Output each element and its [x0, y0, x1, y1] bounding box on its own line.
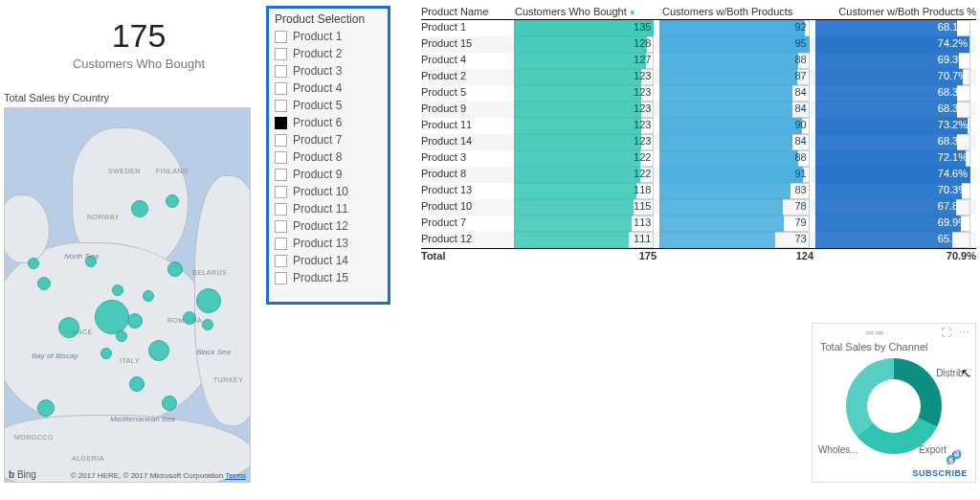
- checkbox-icon[interactable]: [275, 100, 287, 112]
- sea-label: Black Sea: [196, 348, 231, 356]
- slicer-item-label: Product 9: [293, 168, 342, 181]
- col-product-name[interactable]: Product Name: [421, 6, 515, 17]
- slicer-item[interactable]: Product 7: [275, 131, 382, 148]
- bar-cell: 88: [659, 53, 809, 69]
- slicer-item[interactable]: Product 9: [275, 166, 382, 183]
- slicer-item[interactable]: Product 12: [275, 217, 382, 235]
- table-row[interactable]: Product 121117365.8%: [421, 232, 976, 248]
- subscribe-link[interactable]: SUBSCRIBE: [912, 468, 968, 478]
- slicer-item-label: Product 15: [293, 271, 348, 284]
- kpi-label: Customers Who Bought: [29, 57, 249, 71]
- table-row[interactable]: Product 141238468.3%: [421, 134, 976, 150]
- table-row[interactable]: Product 11359268.1%: [421, 20, 976, 36]
- checkbox-icon[interactable]: [275, 186, 287, 198]
- donut-title: Total Sales by Channel: [813, 341, 975, 352]
- bar-cell: 128: [514, 36, 654, 53]
- checkbox-icon[interactable]: [275, 169, 287, 181]
- map-label: SWEDEN: [108, 168, 141, 174]
- checkbox-icon[interactable]: [275, 203, 287, 216]
- cell-product-name: Product 15: [421, 36, 514, 53]
- table-row[interactable]: Product 111239073.2%: [421, 118, 976, 134]
- channel-donut-card[interactable]: ══ ⛶ ⋯ Total Sales by Channel Distrib...…: [812, 323, 976, 483]
- slicer-item-label: Product 13: [293, 237, 348, 250]
- sea-label: Bay of Biscay: [32, 352, 78, 360]
- bar-cell: 111: [514, 232, 654, 248]
- checkbox-icon[interactable]: [275, 255, 287, 267]
- drag-handle-icon[interactable]: ══: [866, 327, 885, 338]
- col-customers-bought[interactable]: Customers Who Bought▼: [515, 6, 662, 17]
- slicer-item-label: Product 2: [293, 47, 342, 60]
- map-label: MOROCCO: [14, 434, 54, 441]
- bar-cell: 84: [659, 102, 809, 118]
- checkbox-icon[interactable]: [275, 117, 287, 129]
- slicer-item-label: Product 12: [293, 219, 348, 233]
- sea-label: Mediterranean Sea: [110, 415, 175, 423]
- bar-cell: 92: [659, 20, 809, 36]
- terms-link[interactable]: Terms: [225, 471, 246, 480]
- bar-cell: 83: [659, 183, 809, 199]
- table-row[interactable]: Product 101157867.8%: [421, 199, 976, 216]
- bar-cell: 72.1%: [815, 150, 970, 167]
- cell-product-name: Product 3: [421, 150, 514, 167]
- bar-cell: 95: [659, 36, 809, 53]
- map-visual[interactable]: SWEDEN FINLAND NORWAY BELARUS FRANCE ITA…: [4, 107, 251, 483]
- table-row[interactable]: Product 41278869.3%: [421, 53, 976, 69]
- product-table[interactable]: Product Name Customers Who Bought▼ Custo…: [421, 6, 976, 261]
- slicer-item[interactable]: Product 6: [275, 114, 382, 131]
- cell-product-name: Product 2: [421, 69, 514, 85]
- bar-cell: 127: [514, 53, 654, 69]
- more-icon[interactable]: ⋯: [959, 327, 969, 339]
- bar-cell: 74.6%: [815, 167, 970, 183]
- table-row[interactable]: Product 81229174.6%: [421, 167, 976, 183]
- slicer-item[interactable]: Product 5: [275, 97, 382, 114]
- checkbox-icon[interactable]: [275, 31, 287, 43]
- table-row[interactable]: Product 91238468.3%: [421, 102, 976, 118]
- bar-cell: 65.8%: [815, 232, 970, 248]
- table-row[interactable]: Product 31228872.1%: [421, 150, 976, 167]
- bar-cell: 123: [514, 134, 654, 150]
- checkbox-icon[interactable]: [275, 48, 287, 60]
- bar-cell: 73.2%: [815, 118, 970, 134]
- checkbox-icon[interactable]: [275, 82, 287, 95]
- cell-product-name: Product 13: [421, 183, 514, 199]
- table-row[interactable]: Product 151289574.2%: [421, 36, 976, 53]
- map-label: FINLAND: [156, 168, 188, 174]
- bar-cell: 123: [514, 118, 654, 134]
- checkbox-icon[interactable]: [275, 272, 287, 284]
- table-row[interactable]: Product 131188370.3%: [421, 183, 976, 199]
- checkbox-icon[interactable]: [275, 134, 287, 147]
- checkbox-icon[interactable]: [275, 65, 287, 78]
- donut-chart[interactable]: [846, 358, 942, 454]
- map-label: NORWAY: [87, 214, 120, 220]
- slicer-item[interactable]: Product 15: [275, 269, 382, 286]
- slicer-item[interactable]: Product 1: [275, 28, 382, 45]
- table-row[interactable]: Product 21238770.7%: [421, 69, 976, 85]
- focus-mode-icon[interactable]: ⛶: [941, 327, 951, 338]
- slicer-item[interactable]: Product 11: [275, 200, 382, 217]
- slicer-item[interactable]: Product 14: [275, 252, 382, 269]
- slicer-item[interactable]: Product 4: [275, 80, 382, 97]
- cell-product-name: Product 9: [421, 102, 514, 118]
- slicer-item[interactable]: Product 3: [275, 62, 382, 80]
- slicer-item[interactable]: Product 2: [275, 45, 382, 62]
- slicer-item-label: Product 11: [293, 202, 348, 216]
- product-slicer[interactable]: Product Selection Product 1Product 2Prod…: [266, 6, 390, 305]
- cell-product-name: Product 8: [421, 167, 514, 183]
- col-customers-both[interactable]: Customers w/Both Products: [662, 6, 819, 17]
- slicer-item[interactable]: Product 10: [275, 183, 382, 200]
- checkbox-icon[interactable]: [275, 220, 287, 233]
- dna-icon: 🧬: [946, 449, 962, 465]
- bar-cell: 84: [659, 85, 809, 102]
- col-customers-both-pct[interactable]: Customer w/Both Products %: [819, 6, 976, 17]
- bar-cell: 88: [659, 150, 809, 167]
- bar-cell: 70.7%: [815, 69, 970, 85]
- slicer-item[interactable]: Product 8: [275, 148, 382, 166]
- table-row[interactable]: Product 51238468.3%: [421, 85, 976, 102]
- checkbox-icon[interactable]: [275, 151, 287, 164]
- bar-cell: 113: [514, 216, 654, 232]
- slicer-item-label: Product 10: [293, 185, 348, 198]
- table-row[interactable]: Product 71137969.9%: [421, 216, 976, 232]
- slicer-item[interactable]: Product 13: [275, 235, 382, 252]
- bar-cell: 69.3%: [815, 53, 970, 69]
- checkbox-icon[interactable]: [275, 238, 287, 250]
